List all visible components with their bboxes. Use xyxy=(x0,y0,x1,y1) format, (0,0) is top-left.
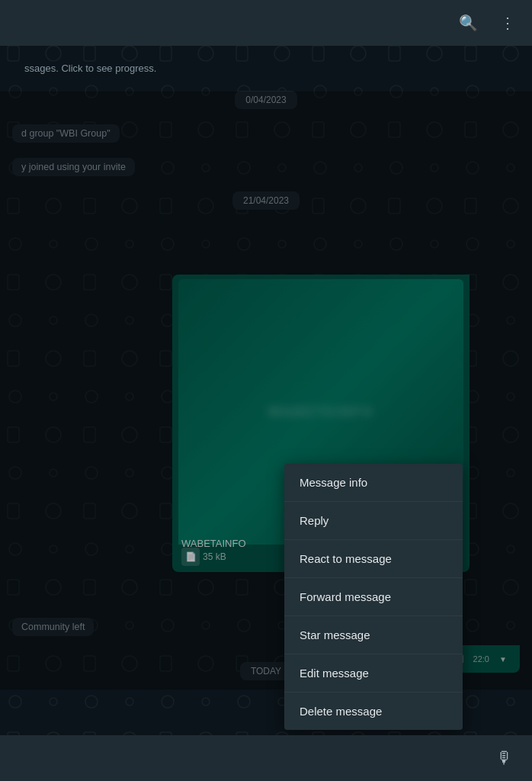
menu-item-reply[interactable]: Reply xyxy=(284,502,463,540)
search-icon[interactable]: 🔍 xyxy=(456,11,480,35)
context-menu: Message info Reply React to message Forw… xyxy=(284,464,463,730)
menu-item-star[interactable]: Star message xyxy=(284,616,463,654)
menu-item-edit[interactable]: Edit message xyxy=(284,654,463,693)
chat-area: ssages. Click to see progress. 0/04/2023… xyxy=(0,46,532,735)
sync-message: ssages. Click to see progress. xyxy=(12,56,168,80)
menu-item-forward[interactable]: Forward message xyxy=(284,578,463,616)
menu-item-message-info[interactable]: Message info xyxy=(284,464,463,502)
sync-message-row: ssages. Click to see progress. xyxy=(0,53,532,83)
more-options-icon[interactable]: ⋮ xyxy=(495,11,520,35)
header-bar: 🔍 ⋮ xyxy=(0,0,532,46)
mic-icon[interactable]: 🎙 xyxy=(489,743,520,773)
bottom-bar: 🎙 xyxy=(0,735,532,781)
menu-item-delete[interactable]: Delete message xyxy=(284,693,463,730)
menu-item-react[interactable]: React to message xyxy=(284,540,463,578)
